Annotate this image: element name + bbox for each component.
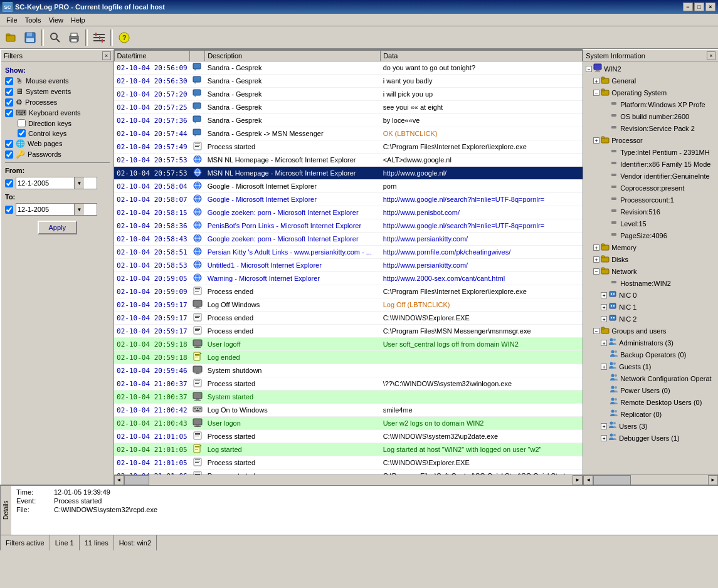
tree-item[interactable]: +Administrators (3) bbox=[584, 337, 717, 349]
tree-item[interactable]: Replicator (0) bbox=[584, 408, 717, 420]
table-row[interactable]: 02-10-04 21:01:05Process startedC:\WINDO… bbox=[114, 456, 583, 470]
help-button[interactable]: ? bbox=[115, 29, 133, 46]
table-row[interactable]: 02-10-04 21:00:43User logonUser w2 logs … bbox=[114, 417, 583, 430]
tree-item[interactable]: Vendor identifier: GenuineInte bbox=[584, 170, 717, 182]
filter-close-button[interactable]: × bbox=[102, 51, 111, 60]
tree-item[interactable]: Revision: 516 bbox=[584, 206, 717, 218]
scroll-left-button[interactable]: ◄ bbox=[114, 475, 124, 485]
table-row[interactable]: 02-10-04 21:01:05Process startedC:\WINDO… bbox=[114, 430, 583, 443]
minimize-button[interactable]: − bbox=[683, 3, 693, 11]
log-scrollbar-horizontal[interactable]: ◄ ► bbox=[114, 475, 583, 485]
tree-item[interactable]: +NIC 0 bbox=[584, 289, 717, 301]
menu-tools[interactable]: Tools bbox=[21, 15, 45, 25]
tree-item[interactable]: Processorcount: 1 bbox=[584, 194, 717, 206]
tree-item[interactable]: +General bbox=[584, 75, 717, 87]
tree-item[interactable]: OS build number: 2600 bbox=[584, 110, 717, 122]
tree-item[interactable]: Power Users (0) bbox=[584, 384, 717, 396]
table-row[interactable]: 02-10-04 20:58:51Persian Kitty 's Adult … bbox=[114, 246, 583, 259]
menu-file[interactable]: File bbox=[3, 15, 21, 25]
tree-item[interactable]: Remote Desktop Users (0) bbox=[584, 396, 717, 408]
table-row[interactable]: 02-10-04 20:59:46System shutdown bbox=[114, 364, 583, 377]
tree-item[interactable]: +Disks bbox=[584, 253, 717, 265]
apply-button[interactable]: Apply bbox=[38, 221, 78, 234]
table-row[interactable]: 02-10-04 20:58:07Google - Microsoft Inte… bbox=[114, 193, 583, 206]
filter-checkbox-direction[interactable] bbox=[18, 119, 26, 127]
filter-from-dropdown[interactable]: ▼ bbox=[74, 177, 84, 189]
details-tab[interactable]: Details bbox=[0, 486, 11, 535]
table-row[interactable]: 02-10-04 20:58:36PenisBot's Porn Links -… bbox=[114, 219, 583, 233]
tree-item[interactable]: +Guests (1) bbox=[584, 360, 717, 372]
tree-item[interactable]: +NIC 2 bbox=[584, 313, 717, 325]
filter-checkbox-system[interactable] bbox=[5, 88, 13, 96]
filter-to-dropdown[interactable]: ▼ bbox=[74, 204, 84, 215]
print-button[interactable] bbox=[65, 29, 83, 46]
table-row[interactable]: 02-10-04 20:57:53MSN NL Homepage - Micro… bbox=[114, 154, 583, 167]
tree-item[interactable]: Hostname: WIN2 bbox=[584, 277, 717, 289]
table-row[interactable]: 02-10-04 20:57:20Sandra - Gespreki will … bbox=[114, 88, 583, 101]
table-row[interactable]: 02-10-04 20:58:43Google zoeken: porn - M… bbox=[114, 233, 583, 246]
tree-item[interactable]: −Network bbox=[584, 265, 717, 277]
table-row[interactable]: 02-10-04 20:59:18Log ended bbox=[114, 351, 583, 364]
table-row[interactable]: 02-10-04 20:57:25Sandra - Gespreksee you… bbox=[114, 101, 583, 114]
save-button[interactable] bbox=[21, 29, 39, 46]
table-row[interactable]: 02-10-04 21:01:06Process startedC:\Progr… bbox=[114, 470, 583, 475]
table-row[interactable]: 02-10-04 21:01:05Log startedLog started … bbox=[114, 443, 583, 456]
tree-item[interactable]: +Processor bbox=[584, 134, 717, 146]
filter-checkbox-passwords[interactable] bbox=[5, 150, 13, 159]
table-row[interactable]: 02-10-04 20:59:05Warning - Microsoft Int… bbox=[114, 272, 583, 285]
table-row[interactable]: 02-10-04 20:59:09Process endedC:\Program… bbox=[114, 285, 583, 298]
tree-item[interactable]: Backup Operators (0) bbox=[584, 349, 717, 360]
sysinfo-scroll-left[interactable]: ◄ bbox=[583, 475, 593, 485]
tree-item[interactable]: Type: Intel Pentium - 2391MH bbox=[584, 146, 717, 158]
tree-item[interactable]: −WIN2 bbox=[584, 63, 717, 75]
sysinfo-body[interactable]: −WIN2+General−Operating SystemPlatform: … bbox=[583, 61, 718, 475]
table-row[interactable]: 02-10-04 20:58:04Google - Microsoft Inte… bbox=[114, 180, 583, 193]
sysinfo-scroll-thumb[interactable] bbox=[593, 475, 631, 485]
menu-help[interactable]: Help bbox=[67, 15, 89, 25]
sysinfo-close-button[interactable]: × bbox=[707, 51, 715, 60]
tree-item[interactable]: −Operating System bbox=[584, 87, 717, 98]
maximize-button[interactable]: □ bbox=[694, 3, 704, 11]
tree-item[interactable]: Platform: Windows XP Profe bbox=[584, 98, 717, 110]
tree-item[interactable]: +Debugger Users (1) bbox=[584, 432, 717, 444]
menu-view[interactable]: View bbox=[45, 15, 67, 25]
table-row[interactable]: 02-10-04 20:59:17Process endedC:\WINDOWS… bbox=[114, 312, 583, 325]
search-button[interactable] bbox=[46, 29, 64, 46]
filter-checkbox-mouse[interactable] bbox=[5, 77, 13, 85]
table-row[interactable]: 02-10-04 20:59:18User logoffUser soft_ce… bbox=[114, 338, 583, 351]
log-table[interactable]: Date/time Description Data 02-10-04 20:5… bbox=[114, 50, 583, 475]
sysinfo-scrollbar[interactable]: ◄ ► bbox=[583, 475, 718, 485]
sysinfo-scroll-track[interactable] bbox=[593, 475, 708, 485]
table-row[interactable]: 02-10-04 20:58:15Google zoeken: porn - M… bbox=[114, 206, 583, 219]
table-row[interactable]: 02-10-04 21:00:42Log On to Windowssmile4… bbox=[114, 404, 583, 417]
tree-item[interactable]: +Memory bbox=[584, 241, 717, 253]
tree-item[interactable]: Level: 15 bbox=[584, 218, 717, 229]
tree-item[interactable]: +NIC 1 bbox=[584, 301, 717, 313]
scroll-right-button[interactable]: ► bbox=[573, 475, 583, 485]
open-button[interactable] bbox=[3, 29, 20, 46]
filter-checkbox-processes[interactable] bbox=[5, 98, 13, 107]
filter-checkbox-control[interactable] bbox=[18, 129, 26, 137]
table-row[interactable]: 02-10-04 20:58:53Untitled1 - Microsoft I… bbox=[114, 259, 583, 272]
scroll-track-h[interactable] bbox=[124, 475, 573, 485]
tree-item[interactable]: Network Configuration Operat bbox=[584, 372, 717, 384]
tree-item[interactable]: Identifier: x86 Family 15 Mode bbox=[584, 158, 717, 170]
sysinfo-scroll-right[interactable]: ► bbox=[708, 475, 718, 485]
filter-to-checkbox[interactable] bbox=[5, 206, 13, 214]
table-row[interactable]: 02-10-04 20:56:30Sandra - Gespreki want … bbox=[114, 75, 583, 88]
close-button[interactable]: × bbox=[705, 3, 715, 11]
scroll-thumb-h[interactable] bbox=[124, 475, 149, 485]
tree-item[interactable]: +Users (3) bbox=[584, 420, 717, 432]
settings-button[interactable] bbox=[90, 29, 108, 46]
tree-item[interactable]: Coprocessor: present bbox=[584, 182, 717, 194]
table-row[interactable]: 02-10-04 20:57:36Sandra - Gesprekby loce… bbox=[114, 114, 583, 127]
table-row[interactable]: 02-10-04 20:57:44Sandra - Gesprek -> MSN… bbox=[114, 127, 583, 140]
table-row[interactable]: 02-10-04 21:00:37System started bbox=[114, 391, 583, 404]
table-row[interactable]: 02-10-04 21:00:37Process started\??\C:\W… bbox=[114, 377, 583, 391]
filter-from-checkbox[interactable] bbox=[5, 179, 13, 187]
tree-item[interactable]: PageSize: 4096 bbox=[584, 229, 717, 241]
table-row[interactable]: 02-10-04 20:57:49Process startedC:\Progr… bbox=[114, 140, 583, 154]
filter-checkbox-web[interactable] bbox=[5, 140, 13, 148]
tree-item[interactable]: −Groups and users bbox=[584, 325, 717, 337]
table-row[interactable]: 02-10-04 20:59:17Process endedC:\Program… bbox=[114, 325, 583, 338]
